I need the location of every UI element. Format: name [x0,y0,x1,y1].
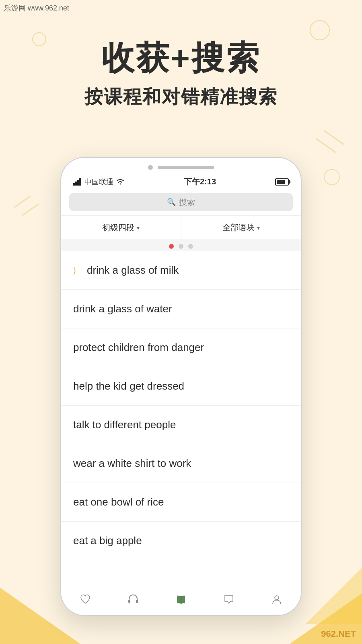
nav-item-profile[interactable] [253,583,301,615]
header-area: 收获+搜索 按课程和对错精准搜索 [0,36,362,109]
filter-row: 初级四段 ▾ 全部语块 ▾ [61,215,301,240]
notch-pill [158,166,214,169]
nav-item-book[interactable] [157,583,205,615]
dots-indicator [61,240,301,251]
watermark-top: 乐游网 www.962.net [4,3,69,13]
list-text-5: talk to different people [73,419,176,431]
search-icon: 🔍 [167,198,176,206]
list-text-6: wear a white shirt to work [73,457,191,470]
book-icon [175,594,187,605]
svg-rect-4 [128,600,130,603]
signal-icon [73,178,82,186]
list-item[interactable]: ) drink a glass of milk [61,251,301,290]
list-text-3: protect children from danger [73,341,204,354]
dot-2 [179,244,183,249]
notch-dot [148,165,153,170]
filter-level-label: 初级四段 [102,222,134,233]
search-bar-container: 🔍 搜索 [61,190,301,215]
nav-item-chat[interactable] [205,583,253,615]
status-right [275,178,289,186]
deco-line-4 [22,204,39,216]
dot-1 [169,244,174,249]
heart-icon [80,594,91,605]
chat-icon [223,594,234,605]
list-text-8: eat a big apple [73,535,142,547]
filter-block[interactable]: 全部语块 ▾ [181,216,301,239]
list-item[interactable]: eat one bowl of rice [61,483,301,522]
list-item[interactable]: talk to different people [61,406,301,444]
deco-line-2 [316,138,336,153]
search-bar[interactable]: 🔍 搜索 [69,193,293,211]
filter-block-label: 全部语块 [222,222,255,233]
list-item[interactable]: protect children from danger [61,328,301,367]
filter-level[interactable]: 初级四段 ▾ [61,216,181,239]
battery-fill [277,180,285,184]
svg-rect-2 [77,180,79,186]
headphone-icon [128,594,139,605]
carrier-name: 中国联通 [84,177,113,187]
list-item[interactable]: eat a big apple [61,522,301,560]
status-left: 中国联通 [73,177,125,187]
bottom-nav [61,583,301,615]
list-icon-1: ) [73,266,81,275]
svg-rect-3 [79,178,81,186]
deco-line-3 [14,196,31,208]
search-placeholder-text: 搜索 [179,197,195,208]
list-text-1: drink a glass of milk [87,264,179,277]
deco-circle-right-mid [324,169,340,185]
deco-triangle-bottom-right2 [306,568,362,624]
list-item[interactable]: wear a white shirt to work [61,444,301,483]
nav-item-audio[interactable] [109,583,157,615]
list-item[interactable]: help the kid get dressed [61,367,301,406]
filter-block-chevron: ▾ [257,225,260,231]
phone-mockup: 中国联通 下午2:13 🔍 搜索 初级四段 ▾ 全部语块 [60,157,302,616]
nav-item-favorites[interactable] [61,583,109,615]
svg-rect-5 [136,600,138,603]
profile-icon [271,594,282,605]
sub-title: 按课程和对错精准搜索 [0,85,362,109]
filter-level-chevron: ▾ [137,225,140,231]
deco-line-1 [324,130,344,145]
phone-notch [61,158,301,174]
battery-icon [275,178,289,186]
list-text-4: help the kid get dressed [73,380,184,392]
wifi-icon [116,178,125,186]
svg-rect-0 [73,183,75,186]
phrase-list: ) drink a glass of milk drink a glass of… [61,251,301,560]
main-title: 收获+搜索 [0,36,362,80]
list-text-7: eat one bowl of rice [73,496,164,508]
dot-3 [188,244,193,249]
list-text-2: drink a glass of water [73,303,172,315]
svg-rect-1 [75,182,77,186]
list-item[interactable]: drink a glass of water [61,290,301,328]
status-time: 下午2:13 [184,176,216,187]
svg-point-7 [275,596,279,600]
status-bar: 中国联通 下午2:13 [61,174,301,190]
watermark-bottom: 962.NET [321,629,356,639]
